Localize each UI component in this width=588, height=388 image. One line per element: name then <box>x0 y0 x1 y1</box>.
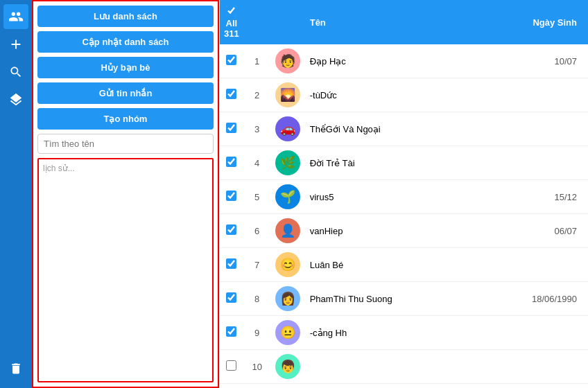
select-all-checkbox[interactable] <box>226 6 236 16</box>
avatar: 😊 <box>275 252 300 277</box>
avatar: 👩 <box>275 286 300 311</box>
row-checkbox[interactable] <box>226 326 236 337</box>
row-checkbox[interactable] <box>226 258 236 269</box>
row-num: 10 <box>243 350 271 384</box>
avatar: 😐 <box>275 320 300 345</box>
row-name: Đời Trẻ Tài <box>306 146 519 180</box>
sidebar <box>0 0 32 388</box>
row-checkbox[interactable] <box>226 191 236 201</box>
sidebar-trash-btn[interactable] <box>3 356 28 381</box>
main-content: Lưu danh sách Cập nhật danh sách Hủy bạn… <box>32 0 588 388</box>
table-row: 6 👤 vanHiep 06/07 <box>220 214 588 248</box>
row-avatar-cell: 🚗 <box>271 112 306 146</box>
col-name-header: Tên <box>306 0 519 44</box>
row-dob <box>519 146 588 180</box>
row-checkbox-cell <box>220 44 243 78</box>
table-row: 9 😐 -cảng Hh <box>220 316 588 350</box>
row-avatar-cell: 👦 <box>271 350 306 384</box>
row-checkbox-cell <box>220 180 243 214</box>
col-avatar-header <box>271 0 306 44</box>
row-dob <box>519 112 588 146</box>
friend-table: All 311 Tên Ngày Sinh 1 🧑 Đạp Hạc 10/07 <box>220 0 588 384</box>
row-num: 5 <box>243 180 271 214</box>
history-box: lịch sử... <box>37 158 214 382</box>
row-checkbox[interactable] <box>226 123 236 133</box>
avatar: 🌱 <box>275 184 300 209</box>
row-checkbox-cell <box>220 316 243 350</box>
row-num: 1 <box>243 44 271 78</box>
row-num: 2 <box>243 78 271 112</box>
avatar: 👦 <box>275 354 300 379</box>
row-dob: 15/12 <box>519 180 588 214</box>
row-dob: 06/07 <box>519 214 588 248</box>
row-avatar-cell: 👩 <box>271 282 306 316</box>
row-checkbox[interactable] <box>226 224 236 235</box>
row-checkbox[interactable] <box>226 55 236 65</box>
left-panel: Lưu danh sách Cập nhật danh sách Hủy bạn… <box>32 0 219 388</box>
row-dob: 10/07 <box>519 44 588 78</box>
table-row: 8 👩 PhamThi Thu Suong 18/06/1990 <box>220 282 588 316</box>
tao-nhom-button[interactable]: Tạo nhóm <box>37 108 214 130</box>
col-all-header: All 311 <box>220 0 243 44</box>
sidebar-layers-btn[interactable] <box>3 87 28 112</box>
row-dob: 18/06/1990 <box>519 282 588 316</box>
sidebar-friends-btn[interactable] <box>3 4 28 29</box>
row-name: PhamThi Thu Suong <box>306 282 519 316</box>
row-checkbox[interactable] <box>226 89 236 99</box>
row-name: Đạp Hạc <box>306 44 519 78</box>
row-checkbox-cell <box>220 146 243 180</box>
row-checkbox-cell <box>220 248 243 282</box>
luu-danh-sach-button[interactable]: Lưu danh sách <box>37 6 214 27</box>
row-checkbox[interactable] <box>226 157 236 167</box>
col-num-header <box>243 0 271 44</box>
right-panel: All 311 Tên Ngày Sinh 1 🧑 Đạp Hạc 10/07 <box>219 0 588 388</box>
row-checkbox-cell <box>220 112 243 146</box>
row-num: 8 <box>243 282 271 316</box>
avatar: 🌿 <box>275 150 300 175</box>
table-row: 1 🧑 Đạp Hạc 10/07 <box>220 44 588 78</box>
sidebar-search-btn[interactable] <box>3 60 28 85</box>
row-checkbox-cell <box>220 214 243 248</box>
row-checkbox[interactable] <box>226 292 236 303</box>
row-avatar-cell: 😊 <box>271 248 306 282</box>
table-row: 10 👦 <box>220 350 588 384</box>
row-num: 6 <box>243 214 271 248</box>
avatar: 👤 <box>275 218 300 243</box>
cap-nhat-danh-sach-button[interactable]: Cập nhật danh sách <box>37 31 214 53</box>
row-num: 4 <box>243 146 271 180</box>
row-name: vanHiep <box>306 214 519 248</box>
row-dob <box>519 248 588 282</box>
row-dob <box>519 316 588 350</box>
avatar: 🌄 <box>275 82 300 107</box>
row-name: -tùDức <box>306 78 519 112</box>
row-name: ThếGới Và Ngoại <box>306 112 519 146</box>
row-avatar-cell: 🌱 <box>271 180 306 214</box>
row-avatar-cell: 😐 <box>271 316 306 350</box>
gui-tin-nhan-button[interactable]: Gửi tin nhắn <box>37 82 214 104</box>
huy-ban-be-button[interactable]: Hủy bạn bè <box>37 57 214 78</box>
row-name: -cảng Hh <box>306 316 519 350</box>
row-checkbox[interactable] <box>226 360 236 371</box>
row-checkbox-cell <box>220 78 243 112</box>
row-name <box>306 350 519 384</box>
history-label: lịch sử... <box>43 164 75 173</box>
avatar: 🚗 <box>275 116 300 141</box>
row-num: 7 <box>243 248 271 282</box>
sidebar-add-btn[interactable] <box>3 32 28 57</box>
row-avatar-cell: 🧑 <box>271 44 306 78</box>
table-row: 2 🌄 -tùDức <box>220 78 588 112</box>
table-row: 5 🌱 virus5 15/12 <box>220 180 588 214</box>
row-checkbox-cell <box>220 350 243 384</box>
row-avatar-cell: 🌿 <box>271 146 306 180</box>
row-num: 9 <box>243 316 271 350</box>
table-row: 3 🚗 ThếGới Và Ngoại <box>220 112 588 146</box>
search-input[interactable] <box>37 134 214 154</box>
row-avatar-cell: 👤 <box>271 214 306 248</box>
table-row: 4 🌿 Đời Trẻ Tài <box>220 146 588 180</box>
row-name: Luân Bé <box>306 248 519 282</box>
row-num: 3 <box>243 112 271 146</box>
row-dob <box>519 78 588 112</box>
row-name: virus5 <box>306 180 519 214</box>
row-avatar-cell: 🌄 <box>271 78 306 112</box>
table-row: 7 😊 Luân Bé <box>220 248 588 282</box>
